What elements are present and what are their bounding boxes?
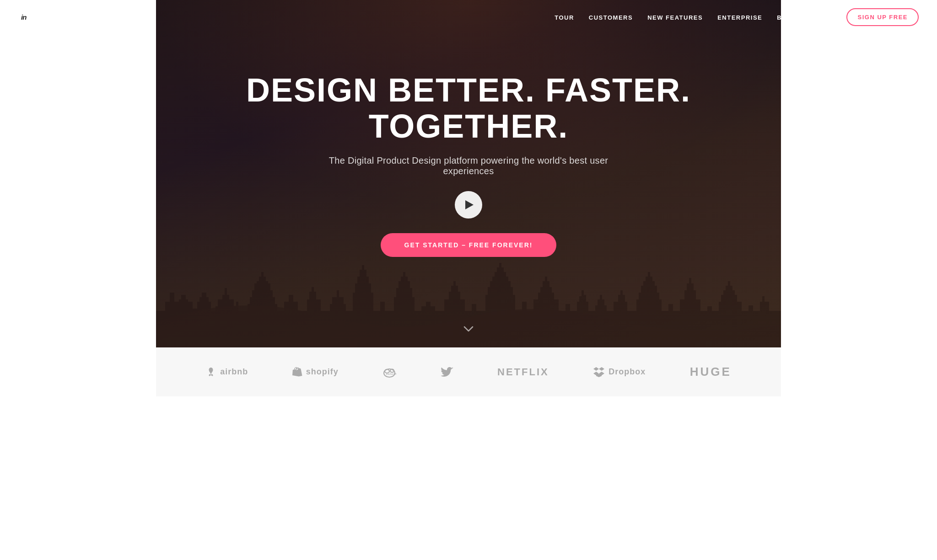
airbnb-icon bbox=[205, 367, 216, 378]
logos-bar: airbnb shopify salesforce NETFLIX bbox=[156, 347, 781, 396]
chevron-down-icon bbox=[463, 326, 474, 332]
shopify-label: shopify bbox=[306, 367, 339, 377]
twitter-icon bbox=[441, 367, 453, 378]
nav-link-tour[interactable]: TOUR bbox=[555, 14, 574, 21]
svg-marker-4 bbox=[593, 367, 599, 371]
dropbox-icon bbox=[593, 367, 605, 378]
get-started-button[interactable]: GET STARTED – FREE FOREVER! bbox=[381, 233, 557, 257]
nav-item-enterprise[interactable]: ENTERPRISE bbox=[717, 13, 762, 21]
hero-content: DESIGN BETTER. FASTER. TOGETHER. The Dig… bbox=[217, 72, 720, 257]
svg-marker-5 bbox=[599, 367, 604, 371]
svg-marker-8 bbox=[596, 372, 602, 377]
nav-item-tour[interactable]: TOUR bbox=[555, 13, 574, 21]
play-button[interactable] bbox=[455, 191, 482, 219]
nav-link-new-features[interactable]: NEW FEATURES bbox=[647, 14, 703, 21]
hero-section: DESIGN BETTER. FASTER. TOGETHER. The Dig… bbox=[156, 0, 781, 347]
svg-text:salesforce: salesforce bbox=[386, 373, 396, 375]
brand-twitter bbox=[441, 367, 453, 378]
brand-airbnb: airbnb bbox=[205, 367, 248, 378]
netflix-label: NETFLIX bbox=[497, 366, 549, 378]
shopify-icon bbox=[292, 367, 302, 378]
nav-link-customers[interactable]: CUSTOMERS bbox=[589, 14, 633, 21]
nav-item-customers[interactable]: CUSTOMERS bbox=[589, 13, 633, 21]
brand-salesforce: salesforce bbox=[382, 367, 396, 378]
nav-link-blog[interactable]: BLOG bbox=[777, 14, 781, 21]
brand-shopify: shopify bbox=[292, 367, 339, 378]
nav-item-new-features[interactable]: NEW FEATURES bbox=[647, 13, 703, 21]
brand-netflix: NETFLIX bbox=[497, 366, 549, 378]
salesforce-icon: salesforce bbox=[382, 367, 396, 378]
huge-label: HUGE bbox=[690, 365, 732, 379]
hero-title: DESIGN BETTER. FASTER. TOGETHER. bbox=[217, 72, 720, 144]
dropbox-label: Dropbox bbox=[609, 367, 646, 377]
nav-links: TOUR CUSTOMERS NEW FEATURES ENTERPRISE B… bbox=[555, 13, 781, 21]
brand-huge: HUGE bbox=[690, 365, 732, 379]
nav-item-blog[interactable]: BLOG bbox=[777, 13, 781, 21]
nav-link-enterprise[interactable]: ENTERPRISE bbox=[717, 14, 762, 21]
scroll-indicator[interactable] bbox=[463, 325, 474, 335]
navbar: in vision TOUR CUSTOMERS NEW FEATURES EN… bbox=[156, 0, 781, 34]
brand-dropbox: Dropbox bbox=[593, 367, 646, 378]
airbnb-label: airbnb bbox=[220, 367, 248, 377]
hero-subtitle: The Digital Product Design platform powe… bbox=[308, 155, 629, 176]
play-icon bbox=[465, 200, 474, 209]
